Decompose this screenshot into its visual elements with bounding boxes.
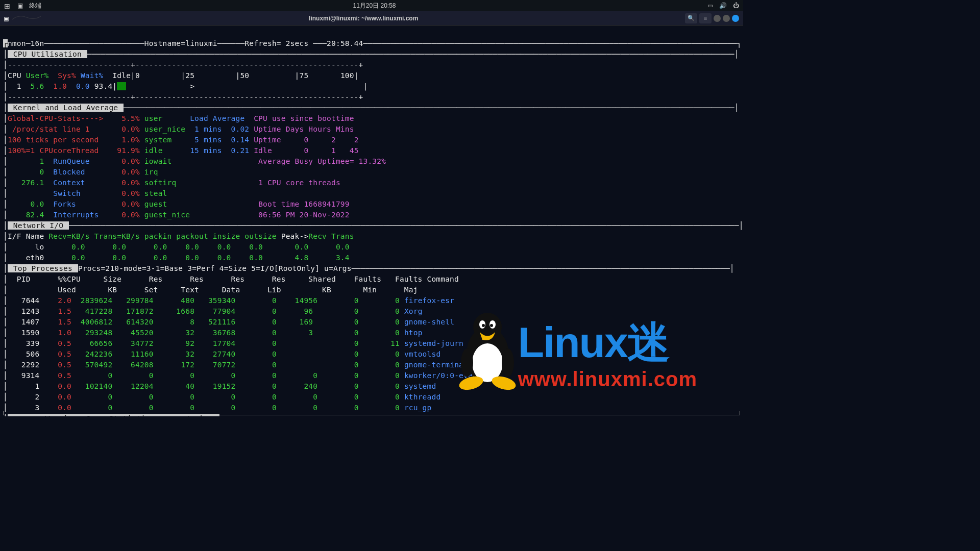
net-row-lo-name: lo [8,243,44,251]
maximize-button[interactable] [723,15,730,22]
minimize-button[interactable] [714,15,721,22]
network-section-title: Network I/O [8,221,69,230]
net-row-eth0-vals: 0.0 0.0 0.0 0.0 0.0 0.0 4.8 3.4 [44,254,349,262]
cpu-section-title: CPU Utilisation [8,50,87,58]
nmon-header-app: nmon─16n [8,39,44,47]
cpu-idle: 93.4 [90,82,113,90]
top-head1: PID %%CPU Size Res Res Res Res Shared Fa… [8,275,459,283]
hostname-value: linuxmi [185,39,217,47]
activities-icon[interactable] [4,2,11,9]
top-section-title: Top Processes [8,264,78,272]
app-menu-icon[interactable]: ▣ [17,2,23,9]
cpu-wait: 0.0 [67,82,90,90]
cpu-sys: 1.0 [44,82,67,90]
cpu-bar: UU [117,82,126,90]
hostname-label: Hostname= [144,39,185,47]
top-head2: Used KB Set Text Data Lib KB Min Maj [8,286,418,294]
kali-dragon-icon [11,13,42,23]
refresh-label: Refresh= [244,39,285,47]
close-button[interactable] [732,15,739,22]
terminal-border [3,411,740,415]
window-title: linuxmi@linuxmi: ~/www.linuxmi.com [309,15,418,22]
hamburger-menu-button[interactable]: ≡ [699,13,712,23]
refresh-value: 2secs [286,39,309,47]
sidebar-toggle-icon[interactable]: ▣ [4,14,8,22]
net-row-lo-vals: 0.0 0.0 0.0 0.0 0.0 0.0 0.0 0.0 [44,243,349,251]
screen-icon[interactable]: ▭ [707,2,713,9]
net-row-eth0-name: eth0 [8,254,44,262]
search-button[interactable]: 🔍 [685,13,697,23]
header-time: 20:58.44 [327,39,363,47]
clock-label[interactable]: 11月20日 20:58 [353,2,396,10]
cpu-divider: ---------------------------+------------… [8,61,363,69]
window-titlebar: ▣ linuxmi@linuxmi: ~/www.linuxmi.com 🔍 ≡ [0,11,743,26]
power-icon[interactable]: ⏻ [733,2,739,9]
cpu-row-num: 1 [8,82,21,90]
gnome-topbar: ▣ 终端 11月20日 20:58 ▭ 🔊 ⏻ [0,0,743,11]
volume-icon[interactable]: 🔊 [719,2,727,9]
kernel-section-title: Kernel and Load Average [8,104,124,112]
cpu-user: 5.6 [21,82,44,90]
app-menu-label[interactable]: 终端 [29,2,41,10]
terminal-output[interactable]: ┌nmon─16n──────────────────────Hostname=… [0,26,743,416]
